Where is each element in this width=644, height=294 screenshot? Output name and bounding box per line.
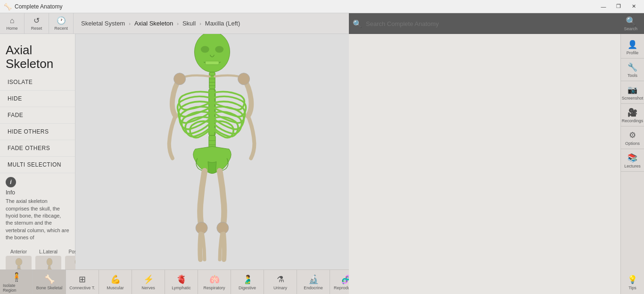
endocrine-icon: 🔬 [308,274,319,285]
thumbnail-llateral-img [35,256,61,269]
svg-point-32 [238,73,250,84]
sidebar-menu: Axial Skeleton ISOLATE HIDE FADE HIDE OT… [0,34,75,269]
options-icon: ⚙ [629,130,636,140]
tools-icon: 🔧 [627,62,637,72]
search-btn-icon: 🔍 [626,16,636,26]
thumbnail-anterior-img [6,256,32,269]
profile-button[interactable]: 👤 Profile [621,36,644,59]
menu-fade[interactable]: FADE [0,107,75,124]
home-button[interactable]: ⌂ Home [0,13,25,34]
maximize-button[interactable]: ❐ [612,2,625,11]
digestive-icon: 🫃 [242,274,253,285]
lectures-button[interactable]: 📚 Lectures [621,149,644,172]
thumbnail-anterior[interactable]: Anterior [6,249,32,269]
menu-hide-others[interactable]: HIDE OTHERS [0,124,75,140]
breadcrumb: Skeletal System › Axial Skeleton › Skull… [74,20,349,27]
title-bar: 🦴 Complete Anatomy — ❐ ✕ [0,0,644,13]
toolbar-isolate-region[interactable]: 🧍 Isolate Region [0,270,33,294]
search-button[interactable]: 🔍 Search [621,14,640,33]
nerves-icon: ⚡ [143,274,154,285]
svg-rect-24 [209,89,215,135]
home-icon: ⌂ [10,17,15,25]
reset-button[interactable]: ↺ Reset [25,13,49,34]
urinary-icon: ⚗ [277,274,284,285]
bottom-toolbar: 🧍 Isolate Region 🦴 Bone Skeletal ⊞ Conne… [0,269,349,294]
toolbar-urinary[interactable]: ⚗ Urinary [264,270,297,294]
lymphatic-icon: 🫀 [176,274,187,285]
svg-point-0 [16,258,22,266]
menu-fade-others[interactable]: FADE OTHERS [0,140,75,157]
info-section: i Info The axial skeleton comprises the … [0,173,75,245]
svg-rect-17 [206,61,219,64]
tips-button[interactable]: 💡 Tips [621,271,644,294]
recent-button[interactable]: 🕐 Recent [49,13,74,34]
muscular-icon: 💪 [110,274,121,285]
app-icon: 🦴 [4,3,12,10]
right-panel: 🔍 🔍 Search 👤 Profile 🔧 Tools 📷 [349,13,644,294]
lectures-icon: 📚 [627,153,637,163]
svg-rect-18 [209,72,215,89]
screenshot-button[interactable]: 📷 Screenshot [621,81,644,104]
svg-point-16 [215,46,223,52]
breadcrumb-axial[interactable]: Axial Skeleton [131,20,177,27]
toolbar-nerves[interactable]: ⚡ Nerves [132,270,165,294]
svg-point-33 [174,73,186,84]
screenshot-icon: 📷 [627,85,637,95]
skeleton-container [75,34,349,269]
toolbar-lymphatic[interactable]: 🫀 Lymphatic [165,270,198,294]
recordings-button[interactable]: 🎥 Recordings [621,104,644,126]
left-panel: ⌂ Home ↺ Reset 🕐 Recent Skeletal System … [0,13,349,294]
info-text: The axial skeleton comprises the skull, … [6,198,69,241]
top-nav: ⌂ Home ↺ Reset 🕐 Recent Skeletal System … [0,13,349,34]
tools-button[interactable]: 🔧 Tools [621,59,644,81]
reset-icon: ↺ [33,16,40,25]
right-icon-bar: 👤 Profile 🔧 Tools 📷 Screenshot 🎥 Recordi… [620,34,644,294]
search-bar: 🔍 🔍 Search [349,13,644,34]
view-thumbnails: Anterior [0,245,75,269]
search-input[interactable] [366,20,617,27]
bone-skeletal-icon: 🦴 [44,274,55,285]
toolbar-respiratory[interactable]: 🫁 Respiratory [198,270,231,294]
search-icon: 🔍 [353,19,362,28]
toolbar-endocrine[interactable]: 🔬 Endocrine [297,270,330,294]
breadcrumb-skull[interactable]: Skull [179,20,199,27]
menu-hide[interactable]: HIDE [0,91,75,107]
toolbar-connective[interactable]: ⊞ Connective T. [66,270,99,294]
connective-icon: ⊞ [79,274,86,285]
breadcrumb-maxilla[interactable]: Maxilla (Left) [201,20,244,27]
breadcrumb-skeletal[interactable]: Skeletal System [77,20,129,27]
isolate-region-icon: 🧍 [11,272,22,282]
svg-point-15 [201,46,209,52]
profile-icon: 👤 [627,40,637,50]
recordings-icon: 🎥 [627,108,637,118]
toolbar-reproductive[interactable]: 🧬 Reproductive [330,270,349,294]
menu-isolate[interactable]: ISOLATE [0,74,75,91]
info-icon: i [6,177,16,187]
toolbar-muscular[interactable]: 💪 Muscular [99,270,132,294]
app-title: Complete Anatomy [15,3,62,10]
toolbar-digestive[interactable]: 🫃 Digestive [231,270,264,294]
minimize-button[interactable]: — [597,2,610,11]
menu-multi-selection[interactable]: MULTI SELECTION [0,157,75,173]
right-content-area [349,34,620,294]
page-title: Axial Skeleton [6,43,69,70]
options-button[interactable]: ⚙ Options [621,126,644,149]
respiratory-icon: 🫁 [209,274,220,285]
3d-model-area[interactable] [75,34,349,269]
info-label: Info [6,189,69,196]
recent-icon: 🕐 [57,16,66,25]
reproductive-icon: 🧬 [341,274,349,285]
tips-icon: 💡 [627,275,637,285]
svg-point-6 [47,258,52,266]
toolbar-bone-skeletal[interactable]: 🦴 Bone Skeletal [33,270,66,294]
svg-point-14 [194,34,230,72]
thumbnail-llateral[interactable]: L.Lateral [35,249,61,269]
close-button[interactable]: ✕ [627,2,640,11]
